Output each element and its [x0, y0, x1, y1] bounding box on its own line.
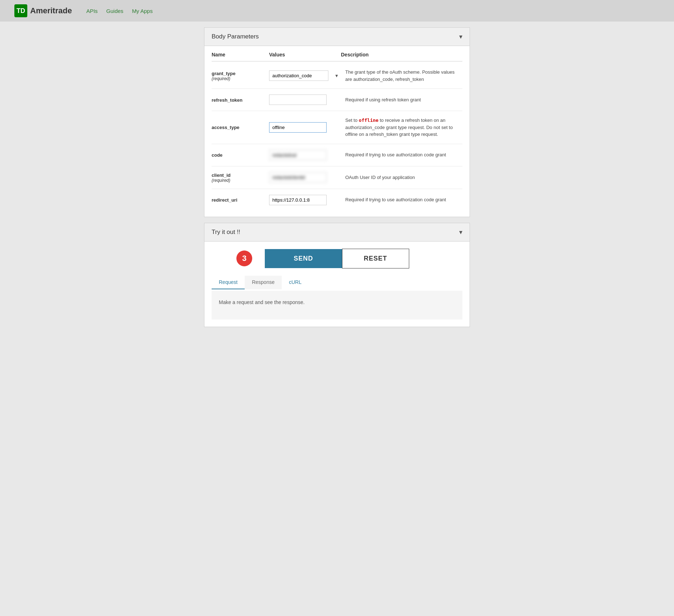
param-row-grant-type: grant_type (required) ▼ The grant type o… — [212, 63, 462, 89]
tab-curl[interactable]: cURL — [282, 276, 309, 289]
try-it-out-title: Try it out !! — [212, 229, 240, 236]
param-name-access-type: access_type — [212, 124, 269, 130]
response-area: Make a request and see the response. — [212, 291, 462, 320]
grant-type-input-wrapper: ▼ — [269, 70, 341, 81]
col-values-header: Values — [269, 52, 341, 58]
try-it-out-chevron[interactable]: ▾ — [459, 228, 462, 236]
body-parameters-header: Body Parameters ▾ — [204, 28, 470, 46]
send-button[interactable]: SEND — [265, 249, 342, 268]
site-header: TD Ameritrade APIs Guides My Apps — [0, 0, 674, 22]
redirect-uri-description: Required if trying to use authorization … — [341, 196, 462, 203]
nav-apis[interactable]: APIs — [86, 8, 98, 14]
param-row-client-id: client_id (required) OAuth User ID of yo… — [212, 166, 462, 189]
grant-type-input[interactable] — [269, 70, 328, 81]
body-parameters-title: Body Parameters — [212, 33, 259, 40]
param-row-code: code Required if trying to use authoriza… — [212, 144, 462, 166]
nav-myapps[interactable]: My Apps — [132, 8, 153, 14]
reset-button[interactable]: RESET — [342, 249, 409, 268]
body-parameters-panel: Body Parameters ▾ Name Values Descriptio… — [204, 27, 470, 217]
param-name-refresh-token: refresh_token — [212, 97, 269, 103]
tab-response[interactable]: Response — [245, 276, 282, 289]
nav-guides[interactable]: Guides — [106, 8, 124, 14]
tabs-row: Request Response cURL — [212, 276, 462, 289]
main-content: Body Parameters ▾ Name Values Descriptio… — [200, 27, 474, 341]
try-body: 3 SEND RESET Request Response cURL Make … — [204, 242, 470, 327]
grant-type-dropdown-arrow: ▼ — [334, 73, 339, 78]
access-type-input[interactable] — [269, 122, 327, 133]
col-name-header: Name — [212, 52, 269, 58]
col-description-header: Description — [341, 52, 462, 58]
refresh-token-description: Required if using refresh token grant — [341, 96, 462, 104]
code-description: Required if trying to use authorization … — [341, 151, 462, 158]
params-header-row: Name Values Description — [212, 52, 462, 61]
nav-links: APIs Guides My Apps — [86, 8, 153, 14]
top-spacer — [0, 22, 674, 27]
td-logo: TD — [14, 4, 27, 17]
param-row-access-type: access_type Set to offline to receive a … — [212, 111, 462, 144]
client-id-description: OAuth User ID of your application — [341, 174, 462, 181]
send-reset-row: 3 SEND RESET — [212, 249, 462, 268]
brand-name: Ameritrade — [30, 6, 72, 15]
params-table: Name Values Description grant_type (requ… — [204, 46, 470, 217]
redirect-uri-input[interactable] — [269, 195, 327, 205]
grant-type-description: The grant type of the oAuth scheme. Poss… — [341, 69, 462, 83]
param-name-code: code — [212, 152, 269, 158]
offline-highlight: offline — [359, 118, 379, 123]
code-input[interactable] — [269, 150, 327, 160]
access-type-description: Set to offline to receive a refresh toke… — [341, 117, 462, 138]
param-row-refresh-token: refresh_token Required if using refresh … — [212, 89, 462, 111]
body-parameters-chevron[interactable]: ▾ — [459, 33, 462, 41]
response-placeholder: Make a request and see the response. — [219, 299, 305, 305]
logo-wrapper: TD Ameritrade — [14, 4, 72, 17]
param-name-grant-type: grant_type (required) — [212, 70, 269, 81]
step-badge: 3 — [236, 250, 252, 266]
param-name-redirect-uri: redirect_uri — [212, 197, 269, 203]
param-name-client-id: client_id (required) — [212, 172, 269, 183]
tab-request[interactable]: Request — [212, 276, 245, 289]
try-it-out-panel: Try it out !! ▾ 3 SEND RESET Request Res… — [204, 223, 470, 327]
param-row-redirect-uri: redirect_uri Required if trying to use a… — [212, 189, 462, 211]
try-it-out-header: Try it out !! ▾ — [204, 223, 470, 242]
client-id-input[interactable] — [269, 172, 327, 183]
refresh-token-input[interactable] — [269, 95, 327, 105]
